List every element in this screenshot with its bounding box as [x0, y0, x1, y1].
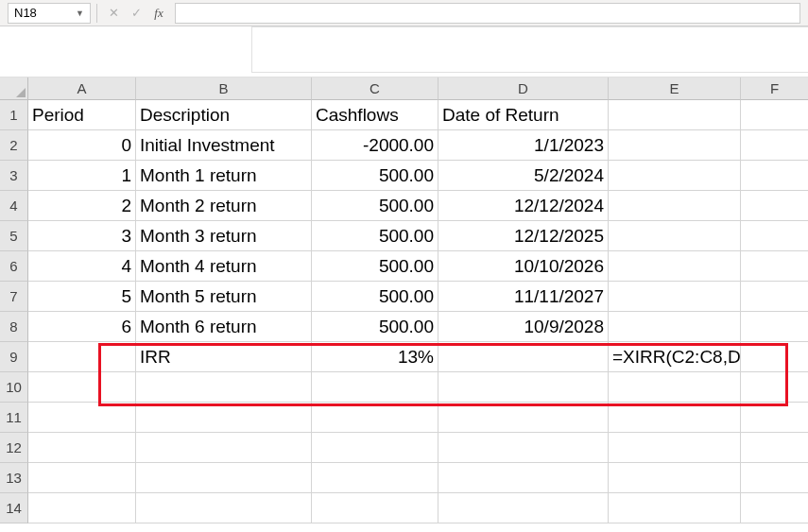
cell-E8[interactable] [609, 312, 741, 342]
cell-A10[interactable] [28, 372, 136, 403]
cell-A1[interactable]: Period [28, 100, 136, 130]
cell-F10[interactable] [741, 372, 808, 403]
cell-F3[interactable] [741, 161, 808, 191]
cell-B12[interactable] [136, 433, 312, 463]
cell-C7[interactable]: 500.00 [312, 282, 438, 312]
cell-F12[interactable] [741, 433, 808, 463]
cell-E14[interactable] [609, 493, 741, 523]
cell-A13[interactable] [28, 463, 136, 493]
cell-E3[interactable] [609, 161, 741, 191]
cell-A8[interactable]: 6 [28, 312, 136, 342]
col-header-D[interactable]: D [438, 77, 609, 100]
row-header-9[interactable]: 9 [0, 342, 28, 372]
cell-B8[interactable]: Month 6 return [136, 312, 312, 342]
cell-C13[interactable] [312, 463, 438, 493]
cell-E9[interactable]: =XIRR(C2:C8,D2:D8) [609, 342, 741, 372]
cell-C14[interactable] [312, 493, 438, 523]
select-all-corner[interactable] [0, 77, 28, 100]
cell-D6[interactable]: 10/10/2026 [438, 251, 609, 282]
cell-D2[interactable]: 1/1/2023 [438, 130, 609, 161]
cell-F6[interactable] [741, 251, 808, 282]
cell-F14[interactable] [741, 493, 808, 523]
cell-E1[interactable] [609, 100, 741, 130]
col-header-F[interactable]: F [741, 77, 808, 100]
cell-F1[interactable] [741, 100, 808, 130]
cell-C12[interactable] [312, 433, 438, 463]
row-header-3[interactable]: 3 [0, 161, 28, 191]
col-header-A[interactable]: A [28, 77, 136, 100]
cell-E13[interactable] [609, 463, 741, 493]
cell-C6[interactable]: 500.00 [312, 251, 438, 282]
cell-B2[interactable]: Initial Investment [136, 130, 312, 161]
cell-D5[interactable]: 12/12/2025 [438, 221, 609, 251]
cell-B1[interactable]: Description [136, 100, 312, 130]
cell-B14[interactable] [136, 493, 312, 523]
cell-A4[interactable]: 2 [28, 191, 136, 221]
cell-B11[interactable] [136, 403, 312, 433]
cell-F5[interactable] [741, 221, 808, 251]
row-header-14[interactable]: 14 [0, 493, 28, 523]
row-header-10[interactable]: 10 [0, 372, 28, 403]
cell-E2[interactable] [609, 130, 741, 161]
cell-A3[interactable]: 1 [28, 161, 136, 191]
cell-D10[interactable] [438, 372, 609, 403]
cell-A12[interactable] [28, 433, 136, 463]
cell-E6[interactable] [609, 251, 741, 282]
cell-C5[interactable]: 500.00 [312, 221, 438, 251]
cell-A7[interactable]: 5 [28, 282, 136, 312]
name-box[interactable]: N18 ▼ [8, 3, 91, 24]
cell-F11[interactable] [741, 403, 808, 433]
cell-E5[interactable] [609, 221, 741, 251]
cell-F7[interactable] [741, 282, 808, 312]
row-header-7[interactable]: 7 [0, 282, 28, 312]
cell-B6[interactable]: Month 4 return [136, 251, 312, 282]
cell-C11[interactable] [312, 403, 438, 433]
cell-B13[interactable] [136, 463, 312, 493]
cell-A6[interactable]: 4 [28, 251, 136, 282]
cell-C10[interactable] [312, 372, 438, 403]
cell-D8[interactable]: 10/9/2028 [438, 312, 609, 342]
cell-B9[interactable]: IRR [136, 342, 312, 372]
cell-B7[interactable]: Month 5 return [136, 282, 312, 312]
row-header-4[interactable]: 4 [0, 191, 28, 221]
cell-C3[interactable]: 500.00 [312, 161, 438, 191]
row-header-5[interactable]: 5 [0, 221, 28, 251]
cell-E11[interactable] [609, 403, 741, 433]
row-header-1[interactable]: 1 [0, 100, 28, 130]
formula-input[interactable] [175, 3, 800, 24]
row-header-6[interactable]: 6 [0, 251, 28, 282]
cell-D3[interactable]: 5/2/2024 [438, 161, 609, 191]
cell-C1[interactable]: Cashflows [312, 100, 438, 130]
cell-C9[interactable]: 13% [312, 342, 438, 372]
col-header-C[interactable]: C [312, 77, 438, 100]
cell-E10[interactable] [609, 372, 741, 403]
col-header-E[interactable]: E [609, 77, 741, 100]
cell-D7[interactable]: 11/11/2027 [438, 282, 609, 312]
cell-E4[interactable] [609, 191, 741, 221]
cell-D1[interactable]: Date of Return [438, 100, 609, 130]
cell-E12[interactable] [609, 433, 741, 463]
row-header-13[interactable]: 13 [0, 463, 28, 493]
cell-D11[interactable] [438, 403, 609, 433]
cell-C4[interactable]: 500.00 [312, 191, 438, 221]
cell-D12[interactable] [438, 433, 609, 463]
cell-B3[interactable]: Month 1 return [136, 161, 312, 191]
cell-A2[interactable]: 0 [28, 130, 136, 161]
cell-F4[interactable] [741, 191, 808, 221]
cell-A11[interactable] [28, 403, 136, 433]
row-header-12[interactable]: 12 [0, 433, 28, 463]
chevron-down-icon[interactable]: ▼ [76, 9, 84, 18]
cell-B5[interactable]: Month 3 return [136, 221, 312, 251]
row-header-11[interactable]: 11 [0, 403, 28, 433]
row-header-8[interactable]: 8 [0, 312, 28, 342]
col-header-B[interactable]: B [136, 77, 312, 100]
cell-F13[interactable] [741, 463, 808, 493]
cell-A14[interactable] [28, 493, 136, 523]
cell-B10[interactable] [136, 372, 312, 403]
cell-D9[interactable] [438, 342, 609, 372]
cell-C8[interactable]: 500.00 [312, 312, 438, 342]
cell-A9[interactable] [28, 342, 136, 372]
cell-A5[interactable]: 3 [28, 221, 136, 251]
cell-E7[interactable] [609, 282, 741, 312]
cell-F8[interactable] [741, 312, 808, 342]
